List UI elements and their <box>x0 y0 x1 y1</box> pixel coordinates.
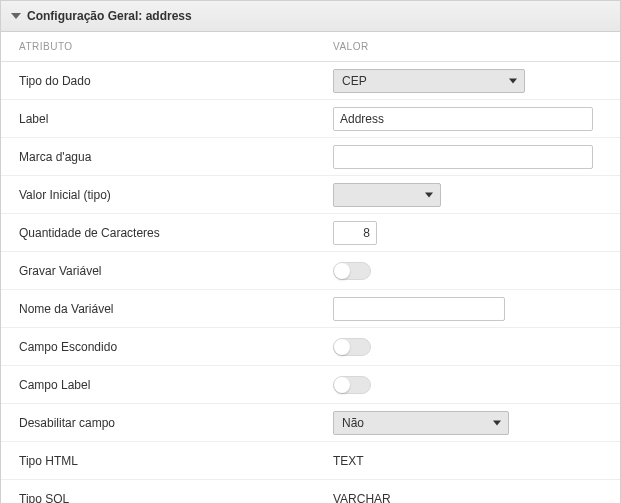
row-max-chars: Quantidade de Caracteres <box>1 214 620 252</box>
row-sql-type: Tipo SQL VARCHAR <box>1 480 620 503</box>
disable-field-select[interactable]: Não <box>333 411 509 435</box>
hidden-field-toggle[interactable] <box>333 338 371 356</box>
label-label: Label <box>1 112 331 126</box>
row-hidden-field: Campo Escondido <box>1 328 620 366</box>
row-label-field-toggle: Campo Label <box>1 366 620 404</box>
label-input[interactable] <box>333 107 593 131</box>
watermark-label: Marca d'agua <box>1 150 331 164</box>
row-variable-name: Nome da Variável <box>1 290 620 328</box>
row-html-type: Tipo HTML TEXT <box>1 442 620 480</box>
row-save-variable: Gravar Variável <box>1 252 620 290</box>
max-chars-label: Quantidade de Caracteres <box>1 226 331 240</box>
variable-name-input[interactable] <box>333 297 505 321</box>
sql-type-label: Tipo SQL <box>1 492 331 504</box>
disable-field-label: Desabilitar campo <box>1 416 331 430</box>
panel-title: Configuração Geral: address <box>27 9 192 23</box>
sql-type-value: VARCHAR <box>333 492 391 504</box>
row-data-type: Tipo do Dado CEP <box>1 62 620 100</box>
hidden-field-label: Campo Escondido <box>1 340 331 354</box>
row-watermark: Marca d'agua <box>1 138 620 176</box>
column-headers: ATRIBUTO VALOR <box>1 32 620 62</box>
label-field-toggle[interactable] <box>333 376 371 394</box>
config-panel: Configuração Geral: address ATRIBUTO VAL… <box>0 0 621 503</box>
col-header-value: VALOR <box>331 41 620 52</box>
max-chars-input[interactable] <box>333 221 377 245</box>
save-variable-toggle[interactable] <box>333 262 371 280</box>
watermark-input[interactable] <box>333 145 593 169</box>
row-disable-field: Desabilitar campo Não <box>1 404 620 442</box>
row-initial-value: Valor Inicial (tipo) <box>1 176 620 214</box>
initial-value-select[interactable] <box>333 183 441 207</box>
collapse-icon <box>11 13 21 19</box>
row-label: Label <box>1 100 620 138</box>
panel-header[interactable]: Configuração Geral: address <box>1 1 620 32</box>
html-type-value: TEXT <box>333 454 364 468</box>
col-header-attribute: ATRIBUTO <box>1 41 331 52</box>
data-type-select[interactable]: CEP <box>333 69 525 93</box>
html-type-label: Tipo HTML <box>1 454 331 468</box>
variable-name-label: Nome da Variável <box>1 302 331 316</box>
save-variable-label: Gravar Variável <box>1 264 331 278</box>
label-field-toggle-label: Campo Label <box>1 378 331 392</box>
data-type-label: Tipo do Dado <box>1 74 331 88</box>
initial-value-label: Valor Inicial (tipo) <box>1 188 331 202</box>
